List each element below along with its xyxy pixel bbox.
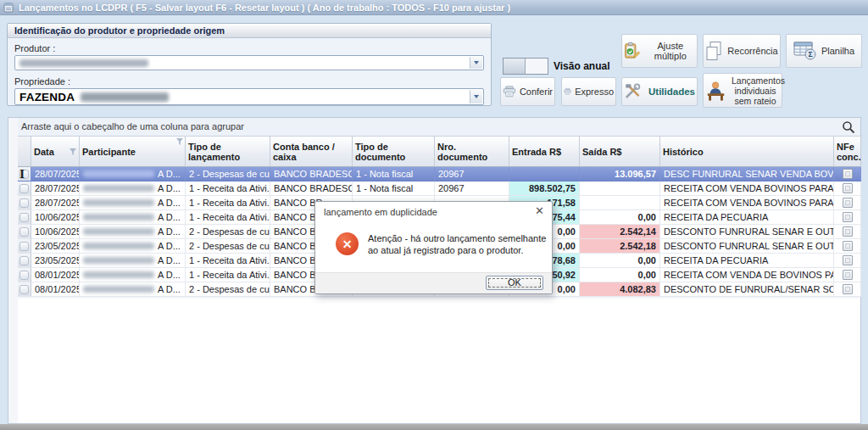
column-header-conta[interactable]: Conta banco / caixa	[270, 137, 353, 167]
cell-saida[interactable]: 0,00	[580, 254, 660, 268]
conferir-button[interactable]: Conferir	[500, 77, 555, 106]
close-icon[interactable]: ✕	[535, 205, 544, 216]
cell-saida[interactable]	[580, 196, 660, 210]
cell-historico[interactable]: RECEITA DA PECUARIA	[660, 254, 834, 268]
nfe-checkbox[interactable]	[843, 241, 853, 251]
cell-participant[interactable]: A D...	[80, 210, 186, 225]
cell-historico[interactable]: RECEITA DA PECUARIA	[660, 210, 834, 225]
producer-combobox[interactable]	[14, 55, 484, 70]
nfe-checkbox[interactable]	[843, 198, 853, 208]
nfe-checkbox[interactable]	[843, 255, 853, 265]
property-combobox[interactable]: FAZENDA	[14, 88, 484, 105]
cell-saida[interactable]: 13.096,57	[580, 167, 660, 181]
table-row[interactable]: 28/07/2025 A D... 1 - Receita da Ativi..…	[18, 181, 860, 196]
nfe-checkbox[interactable]	[843, 169, 853, 179]
cell-tipo[interactable]: 2 - Despesas de cu...	[186, 239, 270, 254]
lancamentos-individuais-button[interactable]: Lançamentos individuais sem rateio	[703, 73, 782, 108]
nfe-checkbox[interactable]	[843, 270, 853, 280]
cell-nro[interactable]: 20967	[435, 181, 509, 196]
column-header-saida[interactable]: Saída R$	[580, 137, 660, 167]
cell-date[interactable]: 28/07/2025	[31, 196, 80, 210]
utilidades-button[interactable]: Utilidades	[621, 77, 698, 106]
cell-participant[interactable]: A D...	[80, 196, 186, 210]
cell-tipo[interactable]: 1 - Receita da Ativi...	[186, 268, 270, 282]
cell-date[interactable]: 10/06/2025	[31, 210, 80, 225]
chevron-down-icon[interactable]	[470, 57, 482, 69]
cell-doc[interactable]: 1 - Nota fiscal	[353, 181, 435, 196]
group-by-bar[interactable]: Arraste aqui o cabeçalho de uma coluna p…	[18, 118, 860, 136]
column-header-nfe[interactable]: NFe conc.	[834, 137, 861, 167]
recorrencia-button[interactable]: Recorrência	[703, 34, 781, 68]
cell-saida[interactable]	[580, 181, 660, 196]
cell-tipo[interactable]: 2 - Despesas de cu...	[186, 282, 270, 297]
cell-date[interactable]: 23/05/2025	[31, 239, 80, 254]
ajuste-multiplo-button[interactable]: Ajuste múltiplo	[621, 34, 698, 68]
column-header-entrada[interactable]: Entrada R$	[509, 137, 580, 167]
row-indicator[interactable]	[18, 196, 31, 210]
cell-participant[interactable]: A D...	[80, 239, 186, 254]
cell-date[interactable]: 28/07/2025	[31, 167, 80, 181]
row-indicator[interactable]	[18, 225, 31, 239]
cell-participant[interactable]: A D...	[80, 268, 186, 282]
cell-saida[interactable]: 0,00	[580, 268, 660, 282]
row-indicator[interactable]	[18, 282, 31, 297]
nfe-checkbox[interactable]	[843, 183, 853, 193]
cell-participant[interactable]: A D...	[80, 282, 186, 297]
planilha-button[interactable]: Σ Planilha	[786, 34, 862, 68]
column-header-nro-documento[interactable]: Nro. documento	[435, 137, 509, 167]
cell-historico[interactable]: RECEITA COM VENDA BOVINOS PARA ABATE	[660, 196, 834, 210]
cell-entrada[interactable]: 898.502,75	[509, 181, 580, 196]
cell-date[interactable]: 28/07/2025	[31, 181, 80, 196]
cell-conta[interactable]: BANCO BRADESCO...	[270, 167, 353, 181]
cell-tipo[interactable]: 1 - Receita da Ativi...	[186, 196, 270, 210]
column-header-participante[interactable]: Participante	[80, 137, 186, 167]
cell-historico[interactable]: DESCONTO DE FUNRURAL/SENAR SOBRE A...	[660, 282, 834, 297]
nfe-checkbox[interactable]	[843, 226, 853, 237]
cell-participant[interactable]: A D...	[80, 181, 186, 196]
cell-historico[interactable]: RECEITA COM VENDA BOVINOS PARA ABATE	[660, 181, 834, 196]
cell-date[interactable]: 10/06/2025	[31, 225, 80, 239]
cell-saida[interactable]: 4.082,83	[580, 282, 660, 297]
cell-historico[interactable]: RECEITA COM VENDA DE BOVINOS PARA A...	[660, 268, 834, 282]
cell-participant[interactable]: A D...	[80, 254, 186, 268]
cell-historico[interactable]: DESC FUNRURAL SENAR VENDA BOVINOS ...	[660, 167, 834, 181]
cell-historico[interactable]: DESCONTO FUNRURAL SENAR E OUTROS ...	[660, 239, 834, 254]
column-header-tipo-lancamento[interactable]: Tipo de lançamento	[186, 137, 270, 167]
grid-search-button[interactable]	[842, 120, 855, 134]
filter-icon[interactable]	[176, 138, 183, 145]
chevron-down-icon[interactable]	[470, 90, 482, 103]
row-indicator[interactable]	[18, 181, 31, 196]
nfe-checkbox[interactable]	[843, 284, 853, 294]
cell-saida[interactable]: 2.542,18	[580, 239, 660, 254]
cell-date[interactable]: 23/05/2025	[31, 254, 80, 268]
cell-saida[interactable]: 0,00	[580, 210, 660, 225]
filter-icon[interactable]	[70, 148, 76, 155]
cell-participant[interactable]: A D...	[80, 225, 186, 239]
cell-nro[interactable]: 20967	[435, 167, 509, 181]
cell-conta[interactable]: BANCO BRADESCO...	[270, 181, 353, 196]
cell-tipo[interactable]: 1 - Receita da Ativi...	[186, 181, 270, 196]
cell-doc[interactable]: 1 - Nota fiscal	[353, 167, 435, 181]
cell-date[interactable]: 08/01/2025	[31, 268, 80, 282]
cell-tipo[interactable]: 2 - Despesas de cu...	[186, 225, 270, 239]
nfe-checkbox[interactable]	[843, 212, 853, 222]
row-indicator[interactable]	[18, 254, 31, 268]
row-indicator[interactable]	[18, 239, 31, 254]
cell-entrada[interactable]	[509, 167, 580, 181]
cell-tipo[interactable]: 1 - Receita da Ativi...	[186, 210, 270, 225]
cell-historico[interactable]: DESCONTO FUNRURAL SENAR E OUTROS ...	[660, 225, 834, 239]
row-indicator[interactable]	[18, 210, 31, 225]
cell-tipo[interactable]: 1 - Receita da Ativi...	[186, 254, 270, 268]
column-header-tipo-documento[interactable]: Tipo de documento	[353, 137, 435, 167]
visao-anual-toggle[interactable]	[503, 58, 548, 75]
table-row[interactable]: I 28/07/2025 A D... 2 - Despesas de cu..…	[18, 167, 860, 181]
column-header-historico[interactable]: Histórico	[660, 137, 834, 167]
cell-tipo[interactable]: 2 - Despesas de cu...	[186, 167, 270, 181]
column-header-data[interactable]: Data	[31, 137, 80, 167]
ok-button[interactable]: OK	[486, 276, 543, 290]
expresso-button[interactable]: Expresso	[561, 77, 616, 106]
cell-participant[interactable]: A D...	[80, 167, 186, 181]
cell-saida[interactable]: 2.542,14	[580, 225, 660, 239]
row-indicator[interactable]	[18, 268, 31, 282]
row-indicator[interactable]: I	[18, 167, 31, 181]
